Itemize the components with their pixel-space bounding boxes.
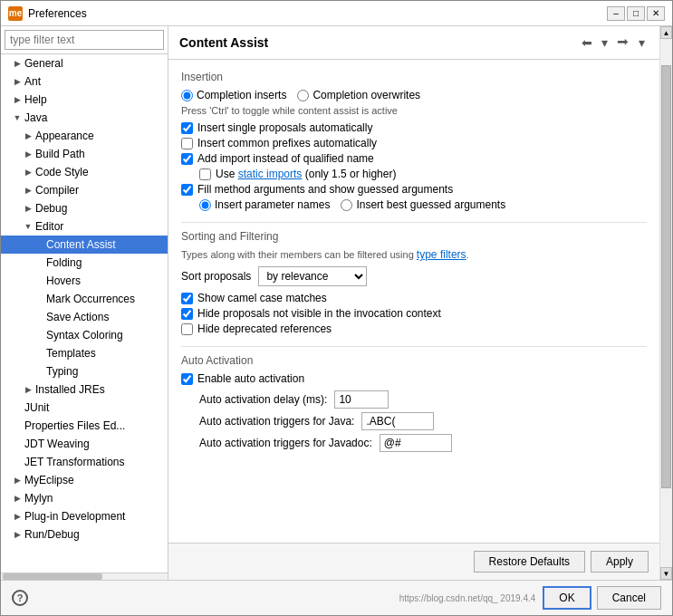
sidebar-item-folding[interactable]: Folding (1, 254, 168, 272)
expand-icon-rundebug: ▶ (12, 529, 23, 540)
separator-2 (181, 346, 647, 347)
sidebar-scrollbar[interactable] (1, 573, 168, 580)
completion-overwrites-radio[interactable] (297, 90, 309, 101)
nav-dropdown-button[interactable]: ▾ (598, 34, 611, 52)
sidebar-item-saveactions[interactable]: Save Actions (1, 308, 168, 326)
expand-icon-junit (12, 402, 23, 413)
expand-icon-editor: ▼ (23, 221, 34, 232)
insert-common-checkbox[interactable] (181, 138, 193, 149)
insertion-title: Insertion (181, 71, 647, 83)
insert-param-names-label[interactable]: Insert parameter names (199, 198, 330, 211)
sidebar-item-general[interactable]: ▶ General (1, 54, 168, 72)
enable-auto-checkbox[interactable] (181, 373, 193, 385)
insert-single-row[interactable]: Insert single proposals automatically (181, 121, 647, 134)
completion-radio-row: Completion inserts Completion overwrites (181, 89, 647, 101)
sidebar-item-installedjres[interactable]: ▶ Installed JREs (1, 380, 168, 399)
completion-inserts-label[interactable]: Completion inserts (181, 89, 286, 101)
sidebar-item-ant[interactable]: ▶ Ant (1, 72, 168, 91)
minimize-button[interactable]: – (607, 6, 625, 21)
nav-forward-dropdown-button[interactable]: ▾ (635, 34, 649, 52)
expand-icon-debug: ▶ (23, 203, 34, 214)
insert-best-guessed-radio[interactable] (341, 199, 352, 211)
sidebar-item-templates[interactable]: Templates (1, 344, 168, 362)
triggers-javadoc-input[interactable] (380, 434, 452, 452)
sidebar-item-compiler[interactable]: ▶ Compiler (1, 181, 168, 199)
enable-auto-row[interactable]: Enable auto activation (181, 372, 647, 385)
insert-single-checkbox[interactable] (181, 122, 193, 134)
auto-activation-title: Auto Activation (181, 354, 647, 367)
panel-nav: ⬅ ▾ ⮕ ▾ (578, 34, 649, 52)
camel-case-row[interactable]: Show camel case matches (181, 292, 647, 304)
expand-icon-help: ▶ (12, 94, 23, 105)
sidebar-item-jdtweaving[interactable]: JDT Weaving (1, 435, 168, 453)
triggers-java-row: Auto activation triggers for Java: (199, 412, 647, 430)
completion-inserts-radio[interactable] (181, 90, 193, 101)
camel-case-checkbox[interactable] (181, 293, 193, 304)
maximize-button[interactable]: □ (627, 6, 645, 21)
scroll-track (660, 39, 672, 567)
help-icon[interactable]: ? (12, 590, 28, 606)
insert-param-names-radio[interactable] (199, 199, 211, 211)
triggers-java-input[interactable] (361, 412, 434, 430)
panel-body: Insertion Completion inserts Completion … (168, 60, 659, 543)
insert-best-guessed-label[interactable]: Insert best guessed arguments (341, 198, 505, 211)
insertion-section: Insertion Completion inserts Completion … (181, 71, 647, 211)
add-import-row[interactable]: Add import instead of qualified name (181, 152, 647, 165)
sidebar-item-help[interactable]: ▶ Help (1, 91, 168, 109)
sidebar-item-typing[interactable]: Typing (1, 362, 168, 380)
hide-proposals-row[interactable]: Hide proposals not visible in the invoca… (181, 307, 647, 320)
use-static-row[interactable]: Use static imports (only 1.5 or higher) (199, 168, 647, 180)
ok-button[interactable]: OK (543, 586, 591, 610)
sidebar-item-markoccurrences[interactable]: Mark Occurrences (1, 290, 168, 308)
search-input[interactable] (5, 30, 164, 50)
hide-deprecated-row[interactable]: Hide deprecated references (181, 322, 647, 335)
sidebar-item-myeclipse[interactable]: ▶ MyEclipse (1, 471, 168, 489)
scroll-thumb[interactable] (661, 65, 671, 487)
sort-row: Sort proposals by relevance alphabetical… (181, 266, 647, 286)
insert-common-row[interactable]: Insert common prefixes automatically (181, 137, 647, 149)
expand-icon-templates (34, 348, 44, 359)
static-imports-link[interactable]: static imports (238, 168, 303, 180)
sidebar-item-hovers[interactable]: Hovers (1, 272, 168, 290)
nav-forward-button[interactable]: ⮕ (613, 34, 633, 52)
sidebar-item-codestyle[interactable]: ▶ Code Style (1, 163, 168, 181)
completion-overwrites-text: Completion overwrites (312, 89, 420, 101)
restore-defaults-button[interactable]: Restore Defaults (474, 551, 585, 573)
footer: ? https://blog.csdn.net/qq_ 2019.4.4 OK … (1, 580, 672, 615)
hide-proposals-checkbox[interactable] (181, 308, 193, 320)
sidebar-item-java[interactable]: ▼ Java (1, 109, 168, 127)
sidebar-item-appearance[interactable]: ▶ Appearance (1, 127, 168, 145)
sidebar-item-buildpath[interactable]: ▶ Build Path (1, 145, 168, 163)
delay-row: Auto activation delay (ms): (199, 390, 647, 409)
sidebar-item-contentassist[interactable]: Content Assist (1, 236, 168, 254)
scroll-up-button[interactable]: ▲ (660, 26, 672, 39)
fill-method-row[interactable]: Fill method arguments and show guessed a… (181, 183, 647, 196)
delay-input[interactable] (334, 390, 389, 409)
scroll-down-button[interactable]: ▼ (660, 567, 672, 580)
sidebar-item-rundebug[interactable]: ▶ Run/Debug (1, 525, 168, 544)
use-static-checkbox[interactable] (199, 168, 211, 180)
sorting-title: Sorting and Filtering (181, 230, 647, 243)
sidebar-item-editor[interactable]: ▼ Editor (1, 217, 168, 236)
sidebar-item-mylyn[interactable]: ▶ Mylyn (1, 489, 168, 507)
expand-icon-java: ▼ (12, 112, 23, 123)
completion-overwrites-label[interactable]: Completion overwrites (297, 89, 420, 101)
sidebar-item-jettransformations[interactable]: JET Transformations (1, 453, 168, 471)
nav-back-button[interactable]: ⬅ (578, 34, 596, 52)
expand-icon-mylyn: ▶ (12, 493, 23, 504)
sidebar-item-debug[interactable]: ▶ Debug (1, 199, 168, 217)
close-button[interactable]: ✕ (647, 6, 665, 21)
sidebar-item-propertiesfiles[interactable]: Properties Files Ed... (1, 417, 168, 435)
sort-select[interactable]: by relevance alphabetically (258, 266, 367, 286)
sidebar-item-syntaxcoloring[interactable]: Syntax Coloring (1, 326, 168, 344)
sidebar-item-plugindevelopment[interactable]: ▶ Plug-in Development (1, 507, 168, 525)
apply-button[interactable]: Apply (591, 551, 649, 573)
fill-method-checkbox[interactable] (181, 184, 193, 196)
type-filters-link[interactable]: type filters (417, 248, 466, 261)
hide-deprecated-checkbox[interactable] (181, 323, 193, 335)
cancel-button[interactable]: Cancel (597, 586, 661, 610)
sidebar-item-junit[interactable]: JUnit (1, 399, 168, 417)
hide-deprecated-label: Hide deprecated references (197, 322, 332, 335)
bottom-bar: Restore Defaults Apply (168, 543, 659, 580)
add-import-checkbox[interactable] (181, 153, 193, 165)
